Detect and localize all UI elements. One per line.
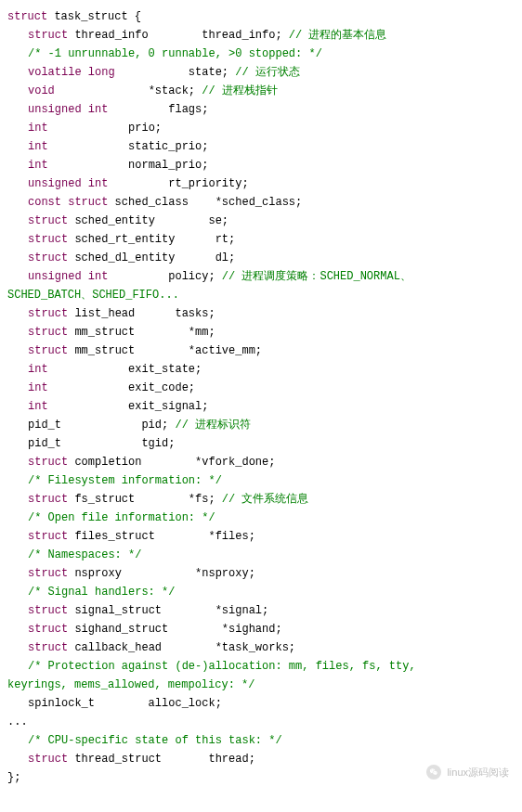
code-token: unsigned int	[28, 177, 108, 190]
code-line: /* Namespaces: */	[7, 546, 515, 564]
code-token: pid_t tgid;	[28, 437, 175, 450]
code-token: flags;	[108, 103, 208, 116]
code-line: void *stack; // 进程栈指针	[7, 82, 515, 100]
code-token: fs_struct *fs;	[68, 493, 222, 506]
code-line: struct mm_struct *active_mm;	[7, 342, 515, 360]
code-token: policy;	[108, 270, 221, 283]
code-token: struct	[28, 214, 68, 227]
code-token: ...	[7, 715, 28, 728]
code-token: struct	[28, 753, 68, 766]
code-token: sched_class *sched_class;	[108, 196, 302, 209]
code-line: pid_t pid; // 进程标识符	[7, 416, 515, 434]
code-token: callback_head *task_works;	[68, 641, 295, 654]
code-token: int	[28, 122, 48, 135]
code-token: void	[28, 84, 55, 97]
watermark-text: linux源码阅读	[447, 763, 509, 781]
code-line: struct sched_dl_entity dl;	[7, 249, 515, 267]
code-token: struct	[28, 344, 68, 357]
code-token: thread_struct thread;	[68, 753, 255, 766]
code-token: unsigned int	[28, 103, 108, 116]
code-token: struct	[28, 29, 68, 42]
code-line: spinlock_t alloc_lock;	[7, 694, 515, 713]
code-line: struct task_struct {	[7, 7, 515, 26]
code-line: struct nsproxy *nsproxy;	[7, 564, 515, 583]
code-token: struct	[28, 530, 68, 543]
code-line: struct files_struct *files;	[7, 527, 515, 546]
code-line: struct list_head tasks;	[7, 304, 515, 323]
code-token: *stack;	[55, 84, 202, 97]
code-line: const struct sched_class *sched_class;	[7, 193, 515, 212]
code-token: sched_rt_entity rt;	[68, 233, 235, 246]
code-token: mm_struct *mm;	[68, 326, 215, 339]
code-line: int prio;	[7, 119, 515, 137]
code-line: int normal_prio;	[7, 156, 515, 174]
code-token: int	[28, 400, 48, 413]
code-token: static_prio;	[48, 140, 209, 153]
code-token: // 进程栈指针	[202, 84, 278, 97]
code-token: int	[28, 381, 48, 394]
code-token: exit_code;	[48, 381, 195, 394]
code-line: /* Filesystem information: */	[7, 471, 515, 490]
code-token: keyrings, mems_allowed, mempolicy: */	[7, 678, 254, 691]
code-line: pid_t tgid;	[7, 434, 515, 453]
code-token: int	[28, 159, 48, 172]
code-token: // 进程标识符	[175, 419, 251, 432]
code-token: rt_priority;	[108, 177, 248, 190]
watermark: linux源码阅读	[426, 763, 509, 781]
code-token: thread_info thread_info;	[68, 29, 289, 42]
code-token: state;	[115, 66, 236, 79]
code-token: unsigned int	[28, 270, 108, 283]
code-token: struct	[28, 604, 68, 617]
code-token: struct	[28, 567, 68, 580]
code-token: normal_prio;	[48, 159, 209, 172]
code-token: /* Open file information: */	[28, 511, 215, 524]
code-line: ...	[7, 713, 515, 731]
code-token: nsproxy *nsproxy;	[68, 567, 255, 580]
code-token: pid_t pid;	[28, 419, 175, 432]
code-token: /* Protection against (de-)allocation: m…	[28, 660, 416, 673]
code-line: int exit_code;	[7, 379, 515, 397]
code-token: struct	[28, 641, 68, 654]
code-line: struct sched_entity se;	[7, 212, 515, 230]
code-line: SCHED_BATCH、SCHED_FIFO...	[7, 286, 515, 304]
code-token: files_struct *files;	[68, 530, 255, 543]
code-token: /* Namespaces: */	[28, 548, 141, 561]
code-token: exit_state;	[48, 363, 202, 376]
code-token: completion *vfork_done;	[68, 456, 275, 469]
code-token: prio;	[48, 122, 162, 135]
code-line: /* CPU-specific state of this task: */	[7, 731, 515, 750]
code-token: spinlock_t alloc_lock;	[28, 697, 222, 710]
code-line: struct fs_struct *fs; // 文件系统信息	[7, 490, 515, 509]
code-line: struct completion *vfork_done;	[7, 453, 515, 471]
code-token: task_struct {	[47, 10, 141, 23]
code-token: struct	[28, 326, 68, 339]
code-token: const struct	[28, 196, 108, 209]
code-token: exit_signal;	[48, 400, 209, 413]
code-line: struct thread_info thread_info; // 进程的基本…	[7, 26, 515, 45]
code-token: /* CPU-specific state of this task: */	[28, 734, 282, 747]
code-token: struct	[7, 10, 47, 23]
code-line: volatile long state; // 运行状态	[7, 63, 515, 82]
code-token: struct	[28, 493, 68, 506]
code-line: int static_prio;	[7, 137, 515, 156]
code-token: list_head tasks;	[68, 307, 215, 320]
code-token: int	[28, 140, 48, 153]
code-token: sched_entity se;	[68, 214, 228, 227]
code-line: struct signal_struct *signal;	[7, 601, 515, 620]
code-token: sighand_struct *sighand;	[68, 623, 281, 636]
code-line: unsigned int policy; // 进程调度策略：SCHED_NOR…	[7, 267, 515, 286]
code-token: struct	[28, 233, 68, 246]
code-token: struct	[28, 623, 68, 636]
code-block: struct task_struct {struct thread_info t…	[7, 7, 515, 787]
code-token: struct	[28, 456, 68, 469]
code-token: };	[7, 771, 20, 784]
code-token: struct	[28, 307, 68, 320]
code-line: unsigned int flags;	[7, 100, 515, 119]
code-token: // 文件系统信息	[222, 493, 309, 506]
code-token: mm_struct *active_mm;	[68, 344, 262, 357]
code-token: // 进程的基本信息	[289, 29, 387, 42]
code-token: /* -1 unrunnable, 0 runnable, >0 stopped…	[28, 47, 322, 60]
code-line: keyrings, mems_allowed, mempolicy: */	[7, 676, 515, 694]
code-token: SCHED_BATCH、SCHED_FIFO...	[7, 289, 179, 302]
code-token: /* Filesystem information: */	[28, 474, 222, 487]
